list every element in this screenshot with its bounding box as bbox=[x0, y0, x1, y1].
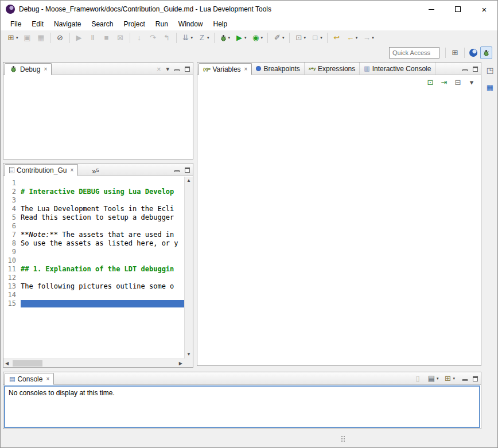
minimize-view-icon[interactable] bbox=[462, 379, 468, 381]
disconnect-button[interactable]: ⊠ bbox=[114, 32, 127, 44]
view-menu-button[interactable]: ▾ bbox=[465, 76, 478, 89]
editor-line[interactable]: 7**Note:** The assets that are used in bbox=[3, 231, 184, 239]
open-perspective-button[interactable]: ⊞ bbox=[449, 46, 461, 59]
editor-line[interactable]: 10 bbox=[3, 256, 184, 265]
step-over-button[interactable]: ↷ bbox=[147, 32, 159, 44]
minimize-window-button[interactable] bbox=[418, 1, 445, 18]
scroll-down-icon[interactable]: ▼ bbox=[186, 352, 191, 357]
profile-button[interactable]: ◉▾ bbox=[250, 32, 265, 44]
open-console-page-button[interactable]: ▯ bbox=[411, 372, 424, 385]
tab-close-icon[interactable]: × bbox=[70, 167, 73, 173]
resume-button[interactable]: ▶ bbox=[73, 32, 85, 44]
maximize-window-button[interactable] bbox=[445, 1, 471, 18]
tab-interactive-console[interactable]: ▥Interactive Console bbox=[360, 63, 435, 75]
editor-line[interactable]: 4The Lua Development Tools in the Ecli bbox=[3, 205, 184, 213]
run-button[interactable]: ▶▾ bbox=[233, 32, 248, 44]
back-button[interactable]: ←▾ bbox=[344, 32, 360, 44]
debug-view-content[interactable] bbox=[3, 76, 193, 159]
terminate-button[interactable]: ■ bbox=[100, 32, 113, 44]
remove-all-terminated-button[interactable]: × bbox=[157, 65, 161, 73]
show-type-names-button[interactable]: ⇥ bbox=[438, 76, 450, 89]
editor-line[interactable]: 9 bbox=[3, 248, 184, 256]
maximize-view-icon[interactable] bbox=[185, 167, 190, 173]
suspend-button[interactable]: Ⅱ bbox=[87, 32, 99, 44]
menu-navigate[interactable]: Navigate bbox=[49, 18, 86, 30]
editor-line[interactable]: 6 bbox=[3, 222, 184, 231]
tab-editor-contribution-guide[interactable]: Contribution_Gu × bbox=[5, 164, 78, 176]
minimize-view-icon[interactable] bbox=[174, 170, 180, 172]
horizontal-scroll-thumb[interactable] bbox=[13, 360, 42, 367]
editor-line[interactable]: 13The following pictures outline some o bbox=[3, 282, 184, 291]
file-icon bbox=[9, 167, 14, 173]
editor-vertical-scrollbar[interactable]: ▲ ▼ bbox=[184, 177, 193, 359]
outline-fast-view-button[interactable]: ▦ bbox=[484, 81, 496, 94]
minimize-view-icon[interactable] bbox=[174, 69, 180, 71]
console-content[interactable]: No consoles to display at this time. bbox=[4, 385, 480, 428]
editor-line[interactable]: 14 bbox=[3, 291, 184, 299]
use-step-filters-button[interactable]: Z▾ bbox=[196, 32, 211, 44]
menu-edit[interactable]: Edit bbox=[26, 18, 49, 30]
editor-line[interactable]: 1 bbox=[3, 179, 184, 188]
forward-button[interactable]: →▾ bbox=[360, 32, 376, 44]
maximize-view-icon[interactable] bbox=[473, 376, 478, 381]
editor-text-area[interactable]: 12# Interactive DEBUG using Lua Develop3… bbox=[3, 179, 184, 359]
editor-line[interactable]: 15 bbox=[3, 299, 184, 308]
menu-help[interactable]: Help bbox=[208, 18, 233, 30]
debug-perspective-button[interactable] bbox=[480, 46, 492, 59]
new-wizard-button[interactable]: ⊡▾ bbox=[293, 32, 308, 44]
restore-view-button[interactable]: ◳ bbox=[484, 64, 496, 77]
lua-perspective-button[interactable] bbox=[468, 46, 479, 59]
maximize-view-icon[interactable] bbox=[473, 67, 478, 72]
tab-expressions[interactable]: x+yExpressions bbox=[305, 63, 360, 75]
outline-fast-view-icon: ▦ bbox=[485, 83, 495, 92]
statusbar-grip[interactable] bbox=[339, 435, 345, 443]
menu-project[interactable]: Project bbox=[118, 18, 150, 30]
editor-content[interactable]: 12# Interactive DEBUG using Lua Develop3… bbox=[3, 177, 193, 367]
save-all-button[interactable]: ▦ bbox=[35, 32, 48, 44]
editor-line[interactable]: 2# Interactive DEBUG using Lua Develop bbox=[3, 188, 184, 196]
step-into-button[interactable]: ↓ bbox=[133, 32, 146, 44]
editor-line[interactable]: 3 bbox=[3, 196, 184, 205]
tab-debug[interactable]: Debug × bbox=[5, 63, 52, 75]
minimize-view-icon[interactable] bbox=[462, 69, 468, 71]
toolbar-separator bbox=[445, 48, 446, 58]
editor-line[interactable]: 5Read this section to setup a debugger bbox=[3, 213, 184, 222]
tab-console[interactable]: ▤ Console × bbox=[5, 373, 54, 385]
editor-line[interactable]: 8So use the assets as listed here, or y bbox=[3, 239, 184, 248]
skip-all-breakpoints-button[interactable]: ⊘ bbox=[54, 32, 67, 44]
debug-button[interactable]: ▾ bbox=[217, 32, 232, 44]
scroll-up-icon[interactable]: ▲ bbox=[186, 178, 191, 184]
new-console-button[interactable]: ⊞▾ bbox=[441, 372, 457, 385]
close-window-button[interactable]: × bbox=[471, 1, 497, 18]
tab-close-icon[interactable]: × bbox=[46, 376, 49, 382]
editor-line[interactable]: 11## 1. Explanation of the LDT debuggin bbox=[3, 265, 184, 274]
open-element-button[interactable]: □▾ bbox=[309, 32, 324, 44]
menu-file[interactable]: File bbox=[5, 18, 26, 30]
menu-run[interactable]: Run bbox=[150, 18, 173, 30]
external-tools-button[interactable]: ✐▾ bbox=[271, 32, 286, 44]
editor-horizontal-scrollbar[interactable]: ◀ ▶ bbox=[3, 359, 184, 367]
last-edit-location-button[interactable]: ↩ bbox=[330, 32, 343, 44]
variables-content[interactable] bbox=[197, 89, 481, 365]
show-logical-structures-button[interactable]: ⊡ bbox=[424, 76, 437, 89]
maximize-view-icon[interactable] bbox=[185, 67, 190, 72]
editor-line[interactable]: 12 bbox=[3, 274, 184, 282]
collapse-all-button[interactable]: ⊟ bbox=[452, 76, 464, 89]
open-element-icon: □ bbox=[310, 33, 320, 42]
quick-access-input[interactable] bbox=[389, 47, 439, 59]
step-return-button[interactable]: ↰ bbox=[161, 32, 173, 44]
scroll-right-icon[interactable]: ▶ bbox=[179, 361, 182, 367]
tab-close-icon[interactable]: × bbox=[244, 66, 248, 72]
scroll-left-icon[interactable]: ◀ bbox=[5, 361, 9, 367]
hidden-editors-chevron[interactable]: » 5 bbox=[90, 163, 101, 176]
debug-view-menu-button[interactable]: ▾ bbox=[166, 65, 169, 73]
save-button[interactable]: ▣ bbox=[21, 32, 34, 44]
tab-breakpoints[interactable]: Breakpoints bbox=[252, 63, 304, 75]
display-console-button[interactable]: ▤▾ bbox=[425, 372, 441, 385]
tab-variables[interactable]: (x)=Variables× bbox=[199, 63, 252, 75]
new-button[interactable]: ⊞▾ bbox=[5, 32, 20, 44]
menu-window[interactable]: Window bbox=[173, 18, 208, 30]
menu-search[interactable]: Search bbox=[86, 18, 118, 30]
launch-history-button[interactable]: ⇊▾ bbox=[180, 32, 195, 44]
tab-close-icon[interactable]: × bbox=[44, 66, 47, 72]
